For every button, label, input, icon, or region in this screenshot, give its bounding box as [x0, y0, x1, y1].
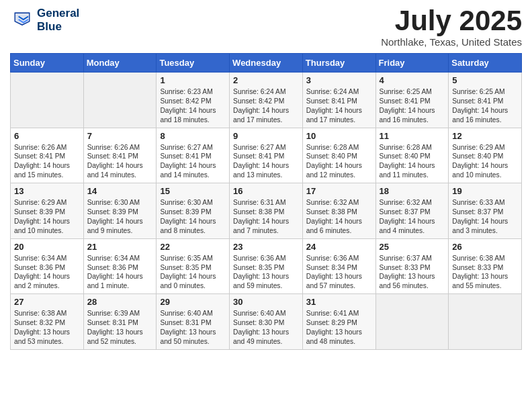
cell-content: Sunrise: 6:27 AMSunset: 8:41 PMDaylight:… [160, 143, 226, 181]
calendar-cell [11, 73, 84, 128]
week-row-1: 1Sunrise: 6:23 AMSunset: 8:42 PMDaylight… [11, 73, 522, 128]
cell-content: Sunrise: 6:23 AMSunset: 8:42 PMDaylight:… [160, 87, 226, 125]
day-number: 7 [87, 131, 153, 141]
cell-content: Sunrise: 6:32 AMSunset: 8:38 PMDaylight:… [306, 198, 372, 236]
day-number: 17 [306, 186, 372, 196]
cell-content: Sunrise: 6:25 AMSunset: 8:41 PMDaylight:… [452, 87, 518, 125]
cell-content: Sunrise: 6:28 AMSunset: 8:40 PMDaylight:… [380, 143, 445, 181]
calendar-cell: 8Sunrise: 6:27 AMSunset: 8:41 PMDaylight… [157, 128, 230, 183]
calendar-cell: 12Sunrise: 6:29 AMSunset: 8:40 PMDayligh… [449, 128, 522, 183]
calendar-cell: 27Sunrise: 6:38 AMSunset: 8:32 PMDayligh… [11, 294, 84, 350]
week-row-3: 13Sunrise: 6:29 AMSunset: 8:39 PMDayligh… [11, 183, 522, 239]
cell-content: Sunrise: 6:34 AMSunset: 8:36 PMDaylight:… [14, 254, 80, 291]
calendar-table: SundayMondayTuesdayWednesdayThursdayFrid… [10, 53, 522, 350]
calendar-cell [83, 73, 157, 128]
day-number: 11 [380, 131, 445, 141]
cell-content: Sunrise: 6:37 AMSunset: 8:33 PMDaylight:… [380, 254, 445, 291]
day-number: 3 [306, 75, 372, 85]
calendar-cell: 6Sunrise: 6:26 AMSunset: 8:41 PMDaylight… [11, 128, 84, 183]
week-row-5: 27Sunrise: 6:38 AMSunset: 8:32 PMDayligh… [11, 294, 522, 350]
day-number: 26 [452, 242, 518, 252]
header: General Blue July 2025 Northlake, Texas,… [10, 7, 522, 48]
cell-content: Sunrise: 6:38 AMSunset: 8:33 PMDaylight:… [452, 254, 518, 291]
day-number: 9 [233, 131, 299, 141]
calendar-cell: 31Sunrise: 6:41 AMSunset: 8:29 PMDayligh… [302, 294, 375, 350]
month-title: July 2025 [381, 7, 522, 35]
day-number: 14 [87, 186, 153, 196]
cell-content: Sunrise: 6:24 AMSunset: 8:41 PMDaylight:… [306, 87, 372, 125]
calendar-cell [375, 294, 449, 350]
day-number: 18 [380, 186, 445, 196]
day-number: 13 [14, 186, 80, 196]
calendar-cell: 9Sunrise: 6:27 AMSunset: 8:41 PMDaylight… [230, 128, 303, 183]
week-row-4: 20Sunrise: 6:34 AMSunset: 8:36 PMDayligh… [11, 238, 522, 294]
cell-content: Sunrise: 6:40 AMSunset: 8:30 PMDaylight:… [233, 309, 299, 347]
weekday-header-thursday: Thursday [302, 54, 375, 73]
cell-content: Sunrise: 6:36 AMSunset: 8:35 PMDaylight:… [233, 254, 299, 291]
day-number: 19 [452, 186, 518, 196]
calendar-cell: 14Sunrise: 6:30 AMSunset: 8:39 PMDayligh… [83, 183, 157, 239]
day-number: 29 [160, 297, 226, 307]
calendar-cell: 30Sunrise: 6:40 AMSunset: 8:30 PMDayligh… [230, 294, 303, 350]
weekday-header-saturday: Saturday [449, 54, 522, 73]
calendar-cell: 19Sunrise: 6:33 AMSunset: 8:37 PMDayligh… [449, 183, 522, 239]
day-number: 22 [160, 242, 226, 252]
calendar-cell: 29Sunrise: 6:40 AMSunset: 8:31 PMDayligh… [157, 294, 230, 350]
cell-content: Sunrise: 6:27 AMSunset: 8:41 PMDaylight:… [233, 143, 299, 181]
calendar-cell [449, 294, 522, 350]
logo-icon [10, 8, 34, 32]
day-number: 10 [306, 131, 372, 141]
calendar-cell: 28Sunrise: 6:39 AMSunset: 8:31 PMDayligh… [83, 294, 157, 350]
weekday-header-wednesday: Wednesday [230, 54, 303, 73]
cell-content: Sunrise: 6:39 AMSunset: 8:31 PMDaylight:… [87, 309, 153, 347]
day-number: 21 [87, 242, 153, 252]
calendar-cell: 13Sunrise: 6:29 AMSunset: 8:39 PMDayligh… [11, 183, 84, 239]
calendar-cell: 26Sunrise: 6:38 AMSunset: 8:33 PMDayligh… [449, 238, 522, 294]
day-number: 20 [14, 242, 80, 252]
day-number: 23 [233, 242, 299, 252]
day-number: 12 [452, 131, 518, 141]
weekday-header-monday: Monday [83, 54, 157, 73]
calendar-cell: 20Sunrise: 6:34 AMSunset: 8:36 PMDayligh… [11, 238, 84, 294]
cell-content: Sunrise: 6:28 AMSunset: 8:40 PMDaylight:… [306, 143, 372, 181]
cell-content: Sunrise: 6:35 AMSunset: 8:35 PMDaylight:… [160, 254, 226, 291]
day-number: 15 [160, 186, 226, 196]
cell-content: Sunrise: 6:40 AMSunset: 8:31 PMDaylight:… [160, 309, 226, 347]
cell-content: Sunrise: 6:26 AMSunset: 8:41 PMDaylight:… [14, 143, 80, 181]
day-number: 8 [160, 131, 226, 141]
page: General Blue July 2025 Northlake, Texas,… [0, 0, 532, 357]
day-number: 5 [452, 75, 518, 85]
cell-content: Sunrise: 6:29 AMSunset: 8:40 PMDaylight:… [452, 143, 518, 181]
weekday-header-sunday: Sunday [11, 54, 84, 73]
calendar-cell: 25Sunrise: 6:37 AMSunset: 8:33 PMDayligh… [375, 238, 449, 294]
cell-content: Sunrise: 6:41 AMSunset: 8:29 PMDaylight:… [306, 309, 372, 347]
week-row-2: 6Sunrise: 6:26 AMSunset: 8:41 PMDaylight… [11, 128, 522, 183]
day-number: 16 [233, 186, 299, 196]
calendar-cell: 17Sunrise: 6:32 AMSunset: 8:38 PMDayligh… [302, 183, 375, 239]
day-number: 6 [14, 131, 80, 141]
logo: General Blue [10, 7, 79, 33]
day-number: 31 [306, 297, 372, 307]
cell-content: Sunrise: 6:30 AMSunset: 8:39 PMDaylight:… [160, 198, 226, 236]
calendar-cell: 7Sunrise: 6:26 AMSunset: 8:41 PMDaylight… [83, 128, 157, 183]
day-number: 27 [14, 297, 80, 307]
cell-content: Sunrise: 6:24 AMSunset: 8:42 PMDaylight:… [233, 87, 299, 125]
weekday-header-tuesday: Tuesday [157, 54, 230, 73]
calendar-cell: 1Sunrise: 6:23 AMSunset: 8:42 PMDaylight… [157, 73, 230, 128]
calendar-cell: 5Sunrise: 6:25 AMSunset: 8:41 PMDaylight… [449, 73, 522, 128]
calendar-cell: 11Sunrise: 6:28 AMSunset: 8:40 PMDayligh… [375, 128, 449, 183]
location: Northlake, Texas, United States [381, 36, 522, 48]
calendar-cell: 24Sunrise: 6:36 AMSunset: 8:34 PMDayligh… [302, 238, 375, 294]
calendar-cell: 21Sunrise: 6:34 AMSunset: 8:36 PMDayligh… [83, 238, 157, 294]
cell-content: Sunrise: 6:34 AMSunset: 8:36 PMDaylight:… [87, 254, 153, 291]
cell-content: Sunrise: 6:30 AMSunset: 8:39 PMDaylight:… [87, 198, 153, 236]
calendar-cell: 22Sunrise: 6:35 AMSunset: 8:35 PMDayligh… [157, 238, 230, 294]
day-number: 30 [233, 297, 299, 307]
calendar-cell: 3Sunrise: 6:24 AMSunset: 8:41 PMDaylight… [302, 73, 375, 128]
cell-content: Sunrise: 6:38 AMSunset: 8:32 PMDaylight:… [14, 309, 80, 347]
cell-content: Sunrise: 6:32 AMSunset: 8:37 PMDaylight:… [380, 198, 445, 236]
calendar-cell: 23Sunrise: 6:36 AMSunset: 8:35 PMDayligh… [230, 238, 303, 294]
title-block: July 2025 Northlake, Texas, United State… [381, 7, 522, 48]
weekday-header-friday: Friday [375, 54, 449, 73]
day-number: 24 [306, 242, 372, 252]
